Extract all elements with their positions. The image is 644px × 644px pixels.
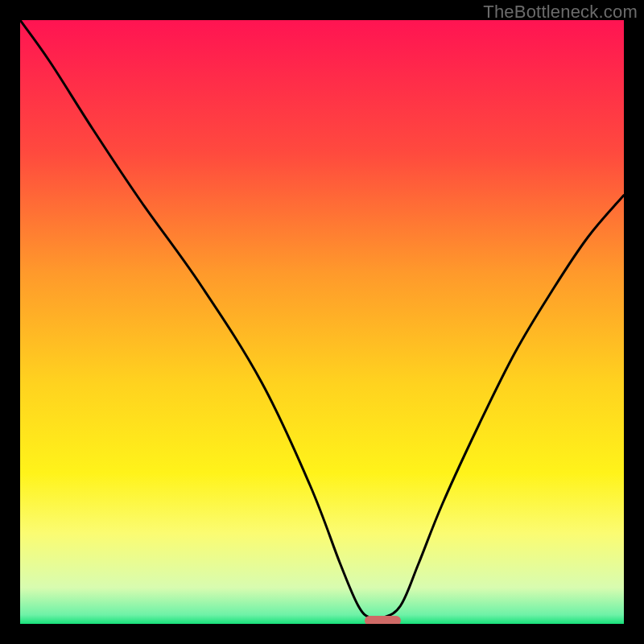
watermark-text: TheBottleneck.com (483, 2, 638, 23)
plot-area (20, 20, 624, 624)
chart-frame: TheBottleneck.com (0, 0, 644, 644)
line-series (20, 20, 624, 624)
optimum-marker (365, 616, 401, 625)
